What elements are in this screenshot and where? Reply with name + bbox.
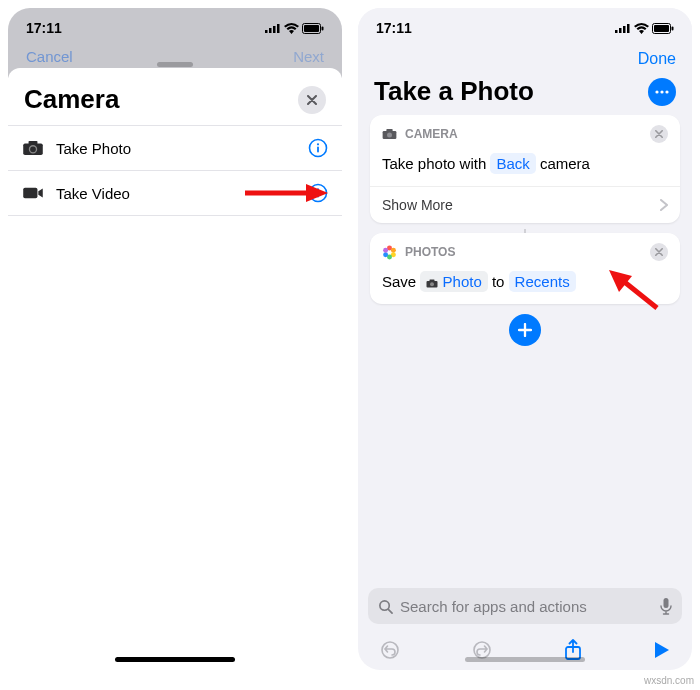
search-placeholder: Search for apps and actions <box>400 598 587 615</box>
svg-rect-20 <box>619 28 622 33</box>
svg-rect-22 <box>627 24 630 33</box>
svg-rect-25 <box>672 26 674 30</box>
svg-rect-6 <box>322 26 324 30</box>
wifi-icon <box>284 23 299 34</box>
watermark: wxsdn.com <box>644 675 694 686</box>
row-take-photo[interactable]: Take Photo <box>8 126 342 171</box>
left-phone: 17:11 Cancel Next Camera Take Photo T <box>8 8 342 670</box>
signal-icon <box>265 23 281 33</box>
home-indicator[interactable] <box>115 657 235 662</box>
title-bar: Take a Photo <box>358 74 692 115</box>
shortcut-editor: CAMERA Take photo with Back camera Show … <box>358 115 692 588</box>
svg-rect-24 <box>654 25 669 32</box>
show-more-row[interactable]: Show More <box>370 186 680 223</box>
add-action-button[interactable] <box>509 314 541 346</box>
annotation-arrow <box>243 183 328 203</box>
svg-rect-45 <box>664 598 669 608</box>
signal-icon <box>615 23 631 33</box>
info-icon[interactable] <box>308 138 328 158</box>
svg-rect-5 <box>304 25 319 32</box>
svg-point-27 <box>660 90 663 93</box>
svg-rect-8 <box>29 141 38 145</box>
plus-icon <box>518 323 532 337</box>
more-icon <box>655 90 669 94</box>
remove-action-button[interactable] <box>650 125 668 143</box>
sheet-title: Camera <box>24 84 119 115</box>
status-icons <box>265 23 324 34</box>
cancel-button[interactable]: Cancel <box>26 48 73 65</box>
svg-marker-18 <box>306 184 328 202</box>
search-bar[interactable]: Search for apps and actions <box>368 588 682 624</box>
text-pre: Take photo with <box>382 155 486 172</box>
close-icon <box>655 248 663 256</box>
svg-rect-39 <box>430 280 435 282</box>
svg-rect-1 <box>269 28 272 33</box>
status-bar: 17:11 <box>8 8 342 48</box>
nav-bar: Done <box>358 48 692 74</box>
status-bar: 17:11 <box>358 8 692 48</box>
card-body: Take photo with Back camera <box>370 147 680 186</box>
status-icons <box>615 23 674 34</box>
svg-point-47 <box>474 642 490 658</box>
photos-app-icon <box>382 245 397 260</box>
card-section-label: CAMERA <box>405 127 458 141</box>
status-time: 17:11 <box>376 20 412 36</box>
svg-point-11 <box>317 143 319 145</box>
undo-icon[interactable] <box>380 640 400 660</box>
svg-point-31 <box>387 132 392 137</box>
close-button[interactable] <box>298 86 326 114</box>
status-time: 17:11 <box>26 20 62 36</box>
search-icon <box>378 599 393 614</box>
card-section-label: PHOTOS <box>405 245 455 259</box>
row-label: Take Photo <box>56 140 296 157</box>
svg-rect-13 <box>23 188 37 199</box>
svg-rect-30 <box>386 129 392 132</box>
close-icon <box>307 95 317 105</box>
play-icon[interactable] <box>654 641 670 659</box>
svg-point-26 <box>655 90 658 93</box>
sheet-grabber[interactable] <box>157 62 193 67</box>
svg-line-44 <box>388 609 392 613</box>
svg-point-28 <box>665 90 668 93</box>
mic-icon[interactable] <box>660 598 672 615</box>
next-button[interactable]: Next <box>293 48 324 65</box>
camera-token[interactable]: Back <box>490 153 535 174</box>
annotation-arrow <box>607 270 662 310</box>
text-post: camera <box>540 155 590 172</box>
svg-point-36 <box>383 252 388 257</box>
show-more-label: Show More <box>382 197 453 213</box>
recents-token[interactable]: Recents <box>509 271 576 292</box>
action-card-camera[interactable]: CAMERA Take photo with Back camera Show … <box>370 115 680 223</box>
save-word: Save <box>382 273 416 290</box>
battery-icon <box>302 23 324 34</box>
chevron-right-icon <box>660 199 668 211</box>
page-title: Take a Photo <box>374 76 534 107</box>
camera-app-icon <box>382 128 397 140</box>
home-indicator[interactable] <box>465 657 585 662</box>
photo-variable-token[interactable]: Photo <box>420 271 487 292</box>
svg-marker-49 <box>655 642 669 658</box>
svg-point-46 <box>382 642 398 658</box>
photo-word: Photo <box>443 273 482 290</box>
done-button[interactable]: Done <box>638 50 676 68</box>
svg-rect-3 <box>277 24 280 33</box>
remove-action-button[interactable] <box>650 243 668 261</box>
battery-icon <box>652 23 674 34</box>
svg-rect-21 <box>623 26 626 33</box>
svg-point-33 <box>391 247 396 252</box>
camera-icon <box>22 140 44 156</box>
bottom-toolbar <box>358 630 692 670</box>
close-icon <box>655 130 663 138</box>
to-word: to <box>492 273 505 290</box>
more-button[interactable] <box>648 78 676 106</box>
camera-mini-icon <box>426 279 438 288</box>
svg-marker-42 <box>609 270 632 292</box>
svg-rect-0 <box>265 30 268 33</box>
svg-point-37 <box>383 247 388 252</box>
svg-line-41 <box>622 280 657 308</box>
action-sheet: Camera Take Photo Take Video <box>8 68 342 670</box>
wifi-icon <box>634 23 649 34</box>
right-phone: 17:11 Done Take a Photo CAMERA Take phot <box>358 8 692 670</box>
video-icon <box>22 185 44 201</box>
svg-point-40 <box>430 282 434 286</box>
